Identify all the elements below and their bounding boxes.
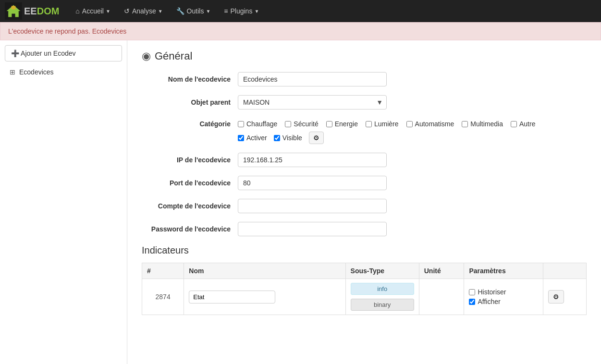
param-historiser-label: Historiser <box>478 288 506 296</box>
nav-menu: ⌂ Accueil ▼ ↺ Analyse ▼ 🔧 Outils ▼ ≡ Plu… <box>69 0 266 22</box>
nav-outils-label: Outils <box>187 7 204 15</box>
activer-checkbox[interactable] <box>238 135 244 141</box>
visible-label: Visible <box>282 134 302 142</box>
cat-chauffage-checkbox[interactable] <box>238 121 244 127</box>
cat-lumiere-label: Lumière <box>374 120 399 128</box>
indicateurs-table: # Nom Sous-Type Unité Paramètres 2874 <box>142 263 587 315</box>
compte-ecodevice-input[interactable] <box>238 199 387 213</box>
home-icon: ⌂ <box>75 7 79 15</box>
nav-plugins[interactable]: ≡ Plugins ▼ <box>217 0 266 22</box>
objet-parent-select[interactable]: MAISON Salon Cuisine Chambre <box>238 95 387 109</box>
nav-outils[interactable]: 🔧 Outils ▼ <box>170 0 218 22</box>
compte-ecodevice-group: Compte de l'ecodevice <box>142 199 587 213</box>
indicateurs-section-title: Indicateurs <box>142 245 587 256</box>
param-historiser-item[interactable]: Historiser <box>469 288 538 296</box>
analyse-icon: ↺ <box>124 7 130 15</box>
cat-automatisme-checkbox[interactable] <box>406 121 413 127</box>
param-afficher-checkbox[interactable] <box>469 299 475 305</box>
nav-plugins-label: Plugins <box>230 7 252 15</box>
objet-parent-wrapper: MAISON Salon Cuisine Chambre ▼ <box>238 95 387 109</box>
chevron-down-icon: ▼ <box>254 9 259 14</box>
col-sous-type: Sous-Type <box>345 263 419 279</box>
general-title-text: Général <box>155 50 192 62</box>
sidebar-item-ecodevices[interactable]: ⊞ Ecodevices <box>5 65 122 79</box>
row-sous-type-cell: info binary <box>345 279 419 315</box>
brand-dom: DOM <box>37 6 60 16</box>
cat-energie-checkbox[interactable] <box>326 121 332 127</box>
row-unite-cell <box>419 279 464 315</box>
cat-lumiere-item[interactable]: Lumière <box>366 120 399 128</box>
nom-ecodevice-group: Nom de l'ecodevice <box>142 72 587 86</box>
alert-message: L'ecodevice ne repond pas. Ecodevices <box>8 27 126 35</box>
cat-multimedia-item[interactable]: Multimedia <box>462 120 503 128</box>
categorie-group: Catégorie Chauffage Sécurité Energie <box>142 118 587 144</box>
params-col: Historiser Afficher <box>469 288 538 305</box>
param-afficher-label: Afficher <box>478 298 500 305</box>
cat-multimedia-label: Multimedia <box>470 120 503 128</box>
navbar: EEDOM ⌂ Accueil ▼ ↺ Analyse ▼ 🔧 Outils ▼… <box>0 0 601 22</box>
cat-securite-checkbox[interactable] <box>285 121 291 127</box>
chevron-down-icon: ▼ <box>158 9 163 14</box>
nom-ecodevice-label: Nom de l'ecodevice <box>142 75 238 83</box>
categorie-checkbox-group: Chauffage Sécurité Energie Lumière <box>238 120 535 128</box>
circle-left-icon: ◉ <box>142 50 151 62</box>
toggle-row: Activer Visible ⚙ <box>238 132 535 144</box>
cat-autre-item[interactable]: Autre <box>511 120 535 128</box>
cat-lumiere-checkbox[interactable] <box>366 121 372 127</box>
cat-securite-label: Sécurité <box>294 120 318 128</box>
table-header: # Nom Sous-Type Unité Paramètres <box>142 263 587 279</box>
row-gear-button[interactable]: ⚙ <box>548 290 564 303</box>
row-nom-input[interactable] <box>189 291 275 303</box>
ip-ecodevice-input[interactable] <box>238 153 387 167</box>
nav-accueil[interactable]: ⌂ Accueil ▼ <box>69 0 117 22</box>
nav-accueil-label: Accueil <box>82 7 104 15</box>
activer-label: Activer <box>246 134 267 142</box>
param-historiser-checkbox[interactable] <box>469 289 475 295</box>
port-ecodevice-input[interactable] <box>238 176 387 190</box>
alert-banner: L'ecodevice ne repond pas. Ecodevices <box>0 22 601 40</box>
objet-parent-group: Objet parent MAISON Salon Cuisine Chambr… <box>142 95 587 109</box>
port-ecodevice-label: Port de l'ecodevice <box>142 179 238 187</box>
sidebar-ecodevices-label: Ecodevices <box>19 68 54 76</box>
visible-checkbox[interactable] <box>274 135 280 141</box>
table-header-row: # Nom Sous-Type Unité Paramètres <box>142 263 587 279</box>
cat-energie-label: Energie <box>335 120 358 128</box>
objet-parent-label: Objet parent <box>142 98 238 106</box>
visible-item[interactable]: Visible <box>274 134 302 142</box>
password-ecodevice-input[interactable] <box>238 222 387 236</box>
compte-ecodevice-label: Compte de l'ecodevice <box>142 202 238 210</box>
param-afficher-item[interactable]: Afficher <box>469 298 538 305</box>
sous-type-col: info binary <box>351 283 414 311</box>
network-icon: ⊞ <box>10 68 15 76</box>
col-id: # <box>142 263 184 279</box>
col-nom: Nom <box>184 263 345 279</box>
plugins-icon: ≡ <box>224 7 228 15</box>
row-nom-cell <box>184 279 345 315</box>
nom-ecodevice-input[interactable] <box>238 72 387 86</box>
cat-automatisme-label: Automatisme <box>415 120 454 128</box>
cat-automatisme-item[interactable]: Automatisme <box>406 120 454 128</box>
nav-analyse-label: Analyse <box>132 7 156 15</box>
row-id: 2874 <box>142 279 184 315</box>
cat-chauffage-item[interactable]: Chauffage <box>238 120 277 128</box>
ip-ecodevice-group: IP de l'ecodevice <box>142 153 587 167</box>
brand-name: EEDOM <box>24 6 59 17</box>
sous-type-info-badge: info <box>351 283 414 295</box>
password-ecodevice-label: Password de l'ecodevice <box>142 225 238 233</box>
col-unite: Unité <box>419 263 464 279</box>
cat-autre-label: Autre <box>519 120 535 128</box>
add-ecodev-button[interactable]: ➕ Ajouter un Ecodev <box>5 45 122 61</box>
cat-autre-checkbox[interactable] <box>511 121 517 127</box>
cat-energie-item[interactable]: Energie <box>326 120 358 128</box>
svg-rect-2 <box>12 6 16 9</box>
nav-analyse[interactable]: ↺ Analyse ▼ <box>117 0 170 22</box>
activer-item[interactable]: Activer <box>238 134 267 142</box>
sidebar: ➕ Ajouter un Ecodev ⊞ Ecodevices <box>0 40 127 364</box>
cat-securite-item[interactable]: Sécurité <box>285 120 318 128</box>
sous-type-binary-badge: binary <box>351 299 414 311</box>
tools-icon: 🔧 <box>176 7 184 15</box>
logo-icon <box>5 2 22 20</box>
cat-multimedia-checkbox[interactable] <box>462 121 468 127</box>
settings-gear-button[interactable]: ⚙ <box>309 132 324 144</box>
chevron-down-icon: ▼ <box>106 9 110 14</box>
